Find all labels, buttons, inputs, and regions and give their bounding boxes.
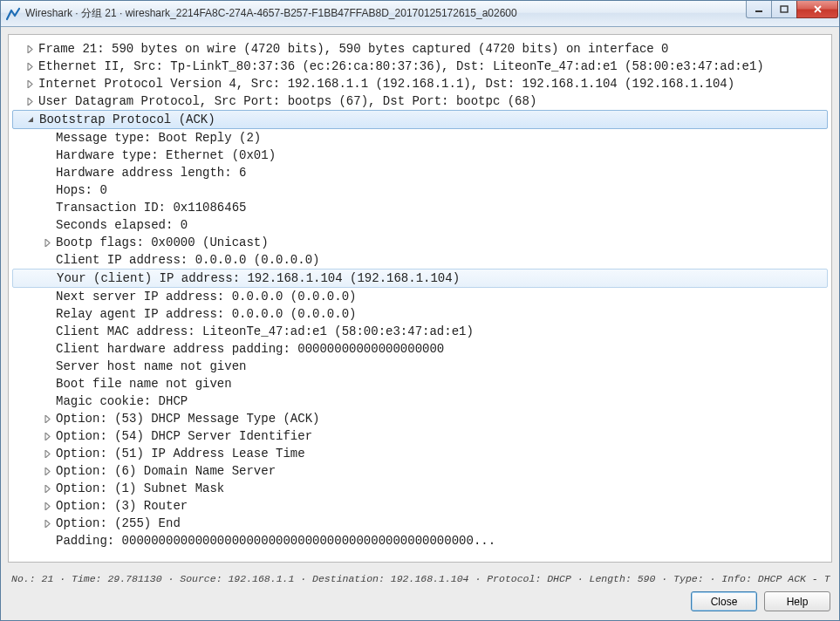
tree-row[interactable]: Seconds elapsed: 0 xyxy=(12,216,828,234)
tree-row[interactable]: Message type: Boot Reply (2) xyxy=(12,129,828,147)
main-window: Wireshark · 分组 21 · wireshark_2214FA8C-2… xyxy=(0,0,840,621)
tree-row[interactable]: Padding: 0000000000000000000000000000000… xyxy=(12,532,828,549)
tree-row-label: Seconds elapsed: 0 xyxy=(56,216,188,234)
tree-row[interactable]: Bootstrap Protocol (ACK) xyxy=(12,110,828,129)
tree-row-label: Your (client) IP address: 192.168.1.104 … xyxy=(57,270,460,287)
tree-row[interactable]: Option: (54) DHCP Server Identifier xyxy=(12,427,828,445)
tree-row[interactable]: Client MAC address: LiteonTe_47:ad:e1 (5… xyxy=(12,323,828,340)
tree-row[interactable]: Server host name not given xyxy=(12,358,828,375)
svg-rect-1 xyxy=(781,6,788,12)
expand-icon[interactable] xyxy=(42,448,52,459)
tree-row[interactable]: Option: (255) End xyxy=(12,515,828,532)
tree-row-label: Option: (1) Subnet Mask xyxy=(56,480,224,497)
tree-row-label: Transaction ID: 0x11086465 xyxy=(56,199,246,216)
expand-icon[interactable] xyxy=(24,96,35,106)
footer: No.: 21 · Time: 29.781130 · Source: 192.… xyxy=(1,570,839,620)
tree-row[interactable]: Relay agent IP address: 0.0.0.0 (0.0.0.0… xyxy=(12,305,828,323)
tree-row-label: User Datagram Protocol, Src Port: bootps… xyxy=(38,92,536,110)
tree-row-label: Client MAC address: LiteonTe_47:ad:e1 (5… xyxy=(56,323,474,340)
button-row: Close Help xyxy=(10,591,830,611)
tree-row-label: Client IP address: 0.0.0.0 (0.0.0.0) xyxy=(56,251,319,269)
tree-row-label: Server host name not given xyxy=(56,358,246,375)
expand-icon[interactable] xyxy=(42,501,52,511)
status-line: No.: 21 · Time: 29.781130 · Source: 192.… xyxy=(10,570,830,591)
tree-row-label: Option: (53) DHCP Message Type (ACK) xyxy=(56,410,319,427)
window-controls xyxy=(747,1,838,18)
tree-row[interactable]: Internet Protocol Version 4, Src: 192.16… xyxy=(12,75,828,92)
close-window-button[interactable] xyxy=(796,1,838,18)
tree-row[interactable]: Client hardware address padding: 0000000… xyxy=(12,340,828,358)
expand-icon[interactable] xyxy=(42,413,52,424)
tree-row[interactable]: Hardware address length: 6 xyxy=(12,164,828,181)
expand-icon[interactable] xyxy=(24,61,35,72)
tree-row-label: Bootstrap Protocol (ACK) xyxy=(39,111,215,128)
tree-row[interactable]: Option: (53) DHCP Message Type (ACK) xyxy=(12,410,828,427)
expand-icon[interactable] xyxy=(42,518,52,529)
tree-row-label: Message type: Boot Reply (2) xyxy=(56,129,261,147)
svg-rect-0 xyxy=(755,10,762,12)
expand-icon[interactable] xyxy=(42,466,52,476)
tree-row[interactable]: Transaction ID: 0x11086465 xyxy=(12,199,828,216)
minimize-button[interactable] xyxy=(746,1,772,18)
protocol-tree: Frame 21: 590 bytes on wire (4720 bits),… xyxy=(12,40,828,549)
tree-row[interactable]: Your (client) IP address: 192.168.1.104 … xyxy=(12,269,828,288)
tree-row-label: Internet Protocol Version 4, Src: 192.16… xyxy=(38,75,734,92)
tree-row[interactable]: Bootp flags: 0x0000 (Unicast) xyxy=(12,234,828,251)
window-title: Wireshark · 分组 21 · wireshark_2214FA8C-2… xyxy=(25,6,747,21)
tree-row-label: Hardware address length: 6 xyxy=(56,164,246,181)
tree-row[interactable]: Hops: 0 xyxy=(12,181,828,199)
tree-row-label: Frame 21: 590 bytes on wire (4720 bits),… xyxy=(38,40,669,58)
tree-row[interactable]: Option: (3) Router xyxy=(12,497,828,515)
close-button-label: Close xyxy=(711,596,738,608)
tree-row-label: Hops: 0 xyxy=(56,181,107,199)
tree-row[interactable]: User Datagram Protocol, Src Port: bootps… xyxy=(12,92,828,110)
help-button[interactable]: Help xyxy=(764,591,830,611)
tree-row[interactable]: Frame 21: 590 bytes on wire (4720 bits),… xyxy=(12,40,828,58)
help-button-label: Help xyxy=(787,596,809,608)
collapse-icon[interactable] xyxy=(25,114,36,125)
tree-row[interactable]: Option: (1) Subnet Mask xyxy=(12,480,828,497)
titlebar[interactable]: Wireshark · 分组 21 · wireshark_2214FA8C-2… xyxy=(1,1,839,27)
tree-row-label: Option: (51) IP Address Lease Time xyxy=(56,445,305,462)
tree-row[interactable]: Hardware type: Ethernet (0x01) xyxy=(12,147,828,164)
tree-row-label: Next server IP address: 0.0.0.0 (0.0.0.0… xyxy=(56,288,356,305)
expand-icon[interactable] xyxy=(42,483,52,494)
tree-row-label: Boot file name not given xyxy=(56,375,232,392)
tree-row-label: Option: (54) DHCP Server Identifier xyxy=(56,427,312,445)
tree-row-label: Bootp flags: 0x0000 (Unicast) xyxy=(56,234,269,251)
tree-row[interactable]: Magic cookie: DHCP xyxy=(12,392,828,410)
tree-row-label: Client hardware address padding: 0000000… xyxy=(56,340,444,358)
tree-row-label: Relay agent IP address: 0.0.0.0 (0.0.0.0… xyxy=(56,305,356,323)
expand-icon[interactable] xyxy=(42,431,52,441)
packet-details-panel[interactable]: Frame 21: 590 bytes on wire (4720 bits),… xyxy=(8,34,832,563)
tree-row[interactable]: Option: (51) IP Address Lease Time xyxy=(12,445,828,462)
expand-icon[interactable] xyxy=(42,237,52,248)
expand-icon[interactable] xyxy=(24,78,35,89)
wireshark-icon xyxy=(6,7,20,21)
tree-row[interactable]: Next server IP address: 0.0.0.0 (0.0.0.0… xyxy=(12,288,828,305)
tree-row[interactable]: Client IP address: 0.0.0.0 (0.0.0.0) xyxy=(12,251,828,269)
tree-row-label: Option: (3) Router xyxy=(56,497,188,515)
tree-row-label: Ethernet II, Src: Tp-LinkT_80:37:36 (ec:… xyxy=(38,58,764,75)
tree-row-label: Magic cookie: DHCP xyxy=(56,392,188,410)
expand-icon[interactable] xyxy=(24,44,35,54)
tree-row-label: Padding: 0000000000000000000000000000000… xyxy=(56,532,495,549)
tree-row-label: Option: (255) End xyxy=(56,515,181,532)
tree-row[interactable]: Boot file name not given xyxy=(12,375,828,392)
tree-row-label: Option: (6) Domain Name Server xyxy=(56,462,276,480)
tree-row[interactable]: Ethernet II, Src: Tp-LinkT_80:37:36 (ec:… xyxy=(12,58,828,75)
tree-row-label: Hardware type: Ethernet (0x01) xyxy=(56,147,276,164)
maximize-button[interactable] xyxy=(771,1,797,18)
tree-row[interactable]: Option: (6) Domain Name Server xyxy=(12,462,828,480)
close-button[interactable]: Close xyxy=(691,591,757,611)
